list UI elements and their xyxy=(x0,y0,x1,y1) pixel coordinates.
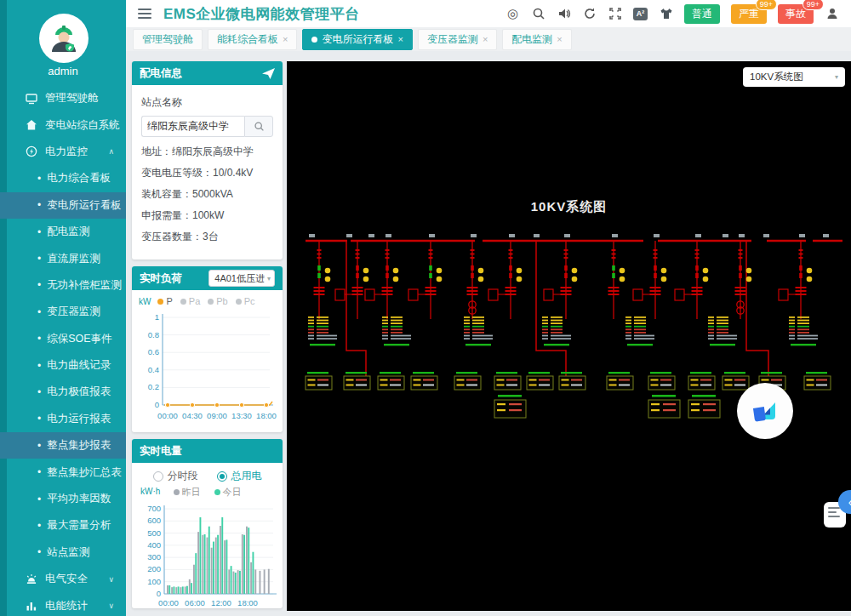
sidebar-group-1[interactable]: 变电站综自系统∨ xyxy=(0,111,126,138)
sidebar-item[interactable]: •直流屏监测 xyxy=(0,245,126,271)
sidebar-item[interactable]: •综保SOE事件 xyxy=(0,326,126,352)
home-icon xyxy=(26,119,37,131)
sidebar-item-label: 综保SOE事件 xyxy=(47,332,111,346)
tab-3[interactable]: 变压器监测× xyxy=(418,29,497,50)
tab-close-icon[interactable]: × xyxy=(557,34,562,44)
sidebar-item-label: 无功补偿柜监测 xyxy=(47,278,122,293)
sidebar-group-label: 电能统计 xyxy=(45,599,88,613)
topbar: EMS企业微电网能效管理平台 ◎ A² 普通 严重99+ 事故99+ xyxy=(126,0,851,27)
svg-text:0: 0 xyxy=(157,589,161,598)
search-icon[interactable] xyxy=(531,7,545,21)
load-line-chart: 00.20.40.60.8100:0004:3009:0013:3018:00 xyxy=(132,306,283,432)
station-info-line: 申报需量：100kW xyxy=(141,208,273,223)
station-card-header: 配电信息 xyxy=(132,61,283,85)
bullet-icon: • xyxy=(37,440,41,452)
feeder-select[interactable]: 4A01低压进▾ xyxy=(208,270,275,287)
record-target-icon[interactable]: ◎ xyxy=(505,7,520,21)
info-label: 变压器数量： xyxy=(141,231,203,242)
svg-text:18:00: 18:00 xyxy=(256,411,277,420)
sidebar-group-4[interactable]: 电能统计∨ xyxy=(0,592,126,616)
sidebar-group-3[interactable]: 电气安全∨ xyxy=(0,566,126,592)
sidebar-item[interactable]: •平均功率因数 xyxy=(0,486,126,512)
svg-text:18:00: 18:00 xyxy=(237,598,258,607)
sidebar-item[interactable]: •变电所运行看板 xyxy=(0,192,126,219)
fullscreen-icon[interactable] xyxy=(608,7,622,21)
todesk-watermark xyxy=(737,383,793,439)
radio-总用电[interactable]: 总用电 xyxy=(217,469,262,483)
sidebar-item[interactable]: •变压器监测 xyxy=(0,299,126,325)
user-icon[interactable] xyxy=(825,7,839,21)
sidebar-item[interactable]: •电力极值报表 xyxy=(0,379,126,405)
site-search-button[interactable] xyxy=(244,116,273,137)
sidebar-item-label: 电力曲线记录 xyxy=(47,358,111,373)
avatar xyxy=(39,14,89,63)
font-size-icon[interactable]: A² xyxy=(633,8,648,20)
legend-dot-icon xyxy=(174,489,180,495)
refresh-icon[interactable] xyxy=(582,7,597,21)
realtime-energy-card: 实时电量 分时段总用电 昨日今日 kW·h 010020030040050060… xyxy=(132,439,283,608)
svg-text:00:00: 00:00 xyxy=(158,598,179,607)
tab-label: 变电所运行看板 xyxy=(322,32,393,47)
svg-text:00:00: 00:00 xyxy=(157,411,178,420)
legend-item-昨日[interactable]: 昨日 xyxy=(174,486,201,499)
svg-text:300: 300 xyxy=(147,552,161,562)
bullet-icon: • xyxy=(37,226,41,238)
power-icon xyxy=(26,145,37,157)
menu-toggle-icon[interactable] xyxy=(138,9,151,19)
tab-1[interactable]: 能耗综合看板× xyxy=(208,29,297,50)
legend-item-Pa[interactable]: Pa xyxy=(180,296,200,306)
sidebar-item[interactable]: •电力曲线记录 xyxy=(0,352,126,379)
tab-2[interactable]: 变电所运行看板× xyxy=(302,29,412,50)
station-info-line: 地址：绵阳东辰高级中学 xyxy=(141,145,273,159)
tab-close-icon[interactable]: × xyxy=(283,34,288,44)
legend-dot-icon xyxy=(180,299,186,305)
alarm-badge-severe[interactable]: 严重99+ xyxy=(731,4,767,24)
sidebar-group-2[interactable]: 电力监控∧ xyxy=(0,139,126,165)
sidebar-item[interactable]: •电力综合看板 xyxy=(0,165,126,191)
sidebar-item[interactable]: •配电监测 xyxy=(0,219,126,245)
legend-item-今日[interactable]: 今日 xyxy=(214,486,242,499)
legend-item-P[interactable]: P xyxy=(157,296,172,306)
sidebar-item[interactable]: •最大需量分析 xyxy=(0,512,126,539)
radio-分时段[interactable]: 分时段 xyxy=(153,469,198,483)
info-value: 10/0.4kV xyxy=(213,167,253,179)
diagram-select[interactable]: 10KV系统图▾ xyxy=(743,67,845,87)
tab-4[interactable]: 配电监测× xyxy=(502,29,571,50)
theme-shirt-icon[interactable] xyxy=(659,7,673,21)
tab-close-icon[interactable]: × xyxy=(397,34,403,44)
sidebar-item[interactable]: •电力运行报表 xyxy=(0,406,126,432)
tab-0[interactable]: 管理驾驶舱 xyxy=(133,29,203,50)
todesk-logo-icon xyxy=(748,394,782,428)
tab-label: 管理驾驶舱 xyxy=(142,32,193,47)
legend-item-Pb[interactable]: Pb xyxy=(208,296,227,306)
tab-close-icon[interactable]: × xyxy=(483,34,488,44)
station-info-card: 配电信息 站点名称 地址：绵阳东辰高级中学变电电压等级：10/0.4kV装机容量… xyxy=(132,61,283,260)
energy-card-title: 实时电量 xyxy=(140,444,182,459)
sidebar-item[interactable]: •站点监测 xyxy=(0,539,126,566)
info-label: 装机容量： xyxy=(141,188,192,200)
svg-text:0.2: 0.2 xyxy=(148,382,159,391)
diagram-title: 10KV系统图 xyxy=(287,199,851,215)
sidebar-item[interactable]: •整点集抄报表 xyxy=(0,432,126,459)
bullet-icon: • xyxy=(37,199,41,211)
site-search-input[interactable] xyxy=(141,116,244,137)
load-card-title: 实时负荷 xyxy=(140,271,182,286)
svg-text:700: 700 xyxy=(147,504,161,513)
site-name-label: 站点名称 xyxy=(141,95,273,110)
station-card-body: 站点名称 地址：绵阳东辰高级中学变电电压等级：10/0.4kV装机容量：5000… xyxy=(132,85,283,260)
sidebar-group-0[interactable]: 管理驾驶舱 xyxy=(0,85,126,111)
sidebar-item[interactable]: •整点集抄汇总表 xyxy=(0,459,126,485)
sidebar-item-label: 变压器监测 xyxy=(47,305,100,319)
send-icon[interactable] xyxy=(262,68,275,79)
realtime-load-card: 实时负荷 4A01低压进▾ kW PPaPbPc 00.20.40.60.810… xyxy=(132,266,283,432)
sidebar-item[interactable]: •无功补偿柜监测 xyxy=(0,272,126,299)
alarm-badge-normal[interactable]: 普通 xyxy=(684,4,720,24)
station-info-line: 变电电压等级：10/0.4kV xyxy=(141,166,273,180)
alarm-badge-accident[interactable]: 事故99+ xyxy=(778,4,814,24)
bullet-icon: • xyxy=(37,306,41,318)
load-card-header: 实时负荷 4A01低压进▾ xyxy=(132,266,283,290)
sidebar: admin 管理驾驶舱变电站综自系统∨电力监控∧•电力综合看板•变电所运行看板•… xyxy=(0,0,126,616)
volume-icon[interactable] xyxy=(557,7,571,21)
bullet-icon: • xyxy=(37,466,41,478)
legend-item-Pc[interactable]: Pc xyxy=(236,296,255,306)
